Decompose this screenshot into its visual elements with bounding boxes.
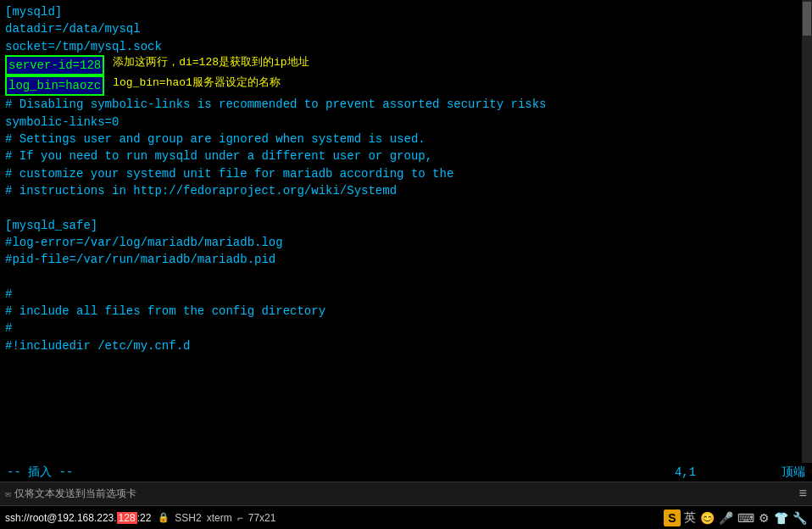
line-comment-customize: # customize your systemd unit file for m… xyxy=(5,165,807,182)
status-mode: -- 插入 -- xyxy=(7,465,73,480)
menu-icon[interactable]: ≡ xyxy=(798,487,807,502)
status-position: 4,1 顶端 xyxy=(675,465,805,480)
keyboard-icon[interactable]: ⌨ xyxy=(737,511,754,525)
line-comment-disabling: # Disabling symbolic-links is recommende… xyxy=(5,96,807,113)
toolbar-icons: 英 😊 🎤 ⌨ ⚙ 👕 🔧 xyxy=(684,510,807,526)
settings-icon[interactable]: ⚙ xyxy=(759,511,770,525)
lock-icon: 🔒 xyxy=(158,512,170,523)
tools-icon[interactable]: 🔧 xyxy=(793,511,807,525)
line-symbolic-links: symbolic-links=0 xyxy=(5,114,807,131)
line-comment-settings: # Settings user and group are ignored wh… xyxy=(5,131,807,148)
line-include-comment: # include all files from the config dire… xyxy=(5,303,807,320)
log-bin-highlight: log_bin=haozc xyxy=(5,75,104,96)
line-hash2: # xyxy=(5,320,807,337)
mic-icon[interactable]: 🎤 xyxy=(719,511,733,525)
log-bin-annotation: log_bin=hao1服务器设定的名称 xyxy=(113,75,281,92)
line-includedir: #!includedir /etc/my.cnf.d xyxy=(5,337,807,354)
server-id-annotation: 添加这两行，di=128是获取到的ip地址 xyxy=(113,55,309,71)
line-log-bin: log_bin=haozc log_bin=hao1服务器设定的名称 xyxy=(5,75,807,96)
line-comment-if: # If you need to run mysqld under a diff… xyxy=(5,148,807,164)
ssh-info: 🔒 SSH2 xterm ⌐ 77x21 xyxy=(158,512,275,524)
bottom-toolbar: ✉ 仅将文本发送到当前选项卡 ≡ xyxy=(0,482,812,505)
line-mysqld-safe: [mysqld_safe] xyxy=(5,217,807,234)
line-server-id: server-id=128 添加这两行，di=128是获取到的ip地址 xyxy=(5,55,807,75)
ssh-bar: ssh://root@192.168.223.128:22 🔒 SSH2 xte… xyxy=(0,505,812,529)
logo-area: S 英 😊 🎤 ⌨ ⚙ 👕 🔧 xyxy=(664,510,807,526)
lang-icon[interactable]: 英 xyxy=(684,510,696,526)
line-blank2 xyxy=(5,268,807,285)
line-socket: socket=/tmp/mysql.sock xyxy=(5,38,807,55)
scroll-thumb[interactable] xyxy=(803,2,811,36)
s-logo: S xyxy=(664,510,681,526)
ssh-host: ssh://root@192.168.223.128:22 xyxy=(5,512,151,524)
terminal-window: [mysqld] datadir=/data/mysql socket=/tmp… xyxy=(0,0,812,463)
line-pid-file: #pid-file=/var/run/mariadb/mariadb.pid xyxy=(5,251,807,268)
line-comment-instructions: # instructions in http://fedoraproject.o… xyxy=(5,182,807,199)
scrollbar[interactable] xyxy=(802,0,812,463)
line-mysqld-header: [mysqld] xyxy=(5,3,807,20)
emoji-icon[interactable]: 😊 xyxy=(700,511,715,525)
toolbar-text: 仅将文本发送到当前选项卡 xyxy=(14,487,796,501)
line-blank1 xyxy=(5,199,807,216)
status-bar: -- 插入 -- 4,1 顶端 xyxy=(0,463,812,482)
line-log-error: #log-error=/var/log/mariadb/mariadb.log xyxy=(5,234,807,251)
toolbar-icon-left: ✉ xyxy=(5,488,11,499)
line-hash1: # xyxy=(5,286,807,303)
shirt-icon[interactable]: 👕 xyxy=(774,511,788,525)
server-id-highlight: server-id=128 xyxy=(5,55,104,75)
line-datadir: datadir=/data/mysql xyxy=(5,20,807,37)
